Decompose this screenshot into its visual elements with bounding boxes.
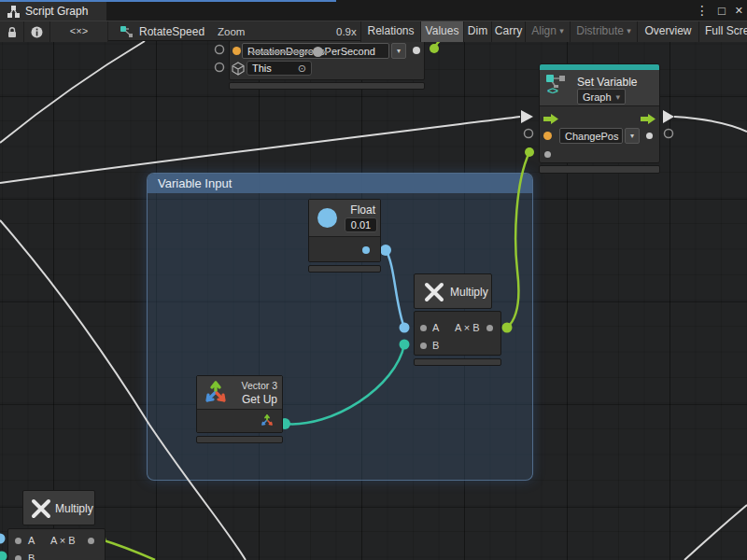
variable-name-dropdown-button[interactable]: ▾ — [391, 43, 406, 59]
port-out-dot[interactable] — [486, 325, 493, 331]
button-label: Dim — [468, 24, 487, 37]
port-input-dot[interactable] — [544, 151, 551, 158]
toolbar-button-carry[interactable]: Carry — [491, 21, 525, 42]
zoom-slider-handle[interactable] — [313, 47, 323, 57]
variable-scope-dropdown[interactable]: Graph ▾ — [577, 89, 626, 105]
lock-icon — [7, 26, 18, 38]
chevron-down-icon: ▾ — [615, 92, 620, 102]
vector3-arrows-icon — [203, 380, 229, 406]
info-icon — [31, 26, 43, 38]
breadcrumb-label: RotateSpeed — [139, 25, 204, 38]
multiply-x-icon — [31, 498, 51, 519]
node-multiply2-body[interactable]: A A × B B — [7, 528, 106, 560]
tab-bar: Script Graph ⋮ □ ✕ — [0, 0, 747, 21]
node-title: Multiply — [55, 502, 93, 515]
toolbar-button-distribute[interactable]: Distribute ▾ — [570, 21, 637, 42]
variable-select-dropdown-button[interactable]: ▾ — [625, 128, 640, 144]
port-output-dot[interactable] — [362, 246, 370, 254]
button-label: Carry — [495, 24, 522, 37]
chevron-down-icon: ▾ — [397, 47, 401, 55]
zoom-label: Zoom — [218, 21, 245, 42]
node-multiply2-header[interactable]: Multiply — [22, 490, 95, 525]
toolbar-button-dim[interactable]: Dim — [463, 21, 491, 42]
chevron-down-icon: ▾ — [627, 26, 631, 35]
target-value: This — [252, 63, 272, 74]
button-label: Relations — [367, 24, 414, 37]
port-a-dot[interactable] — [15, 538, 21, 544]
toolbar-button-align[interactable]: Align ▾ — [525, 21, 570, 42]
port-output-dot[interactable] — [413, 47, 420, 54]
float-value-field[interactable]: 0.01 — [345, 217, 377, 232]
port-out-dot[interactable] — [88, 538, 94, 544]
tab-script-graph[interactable]: Script Graph — [0, 2, 106, 21]
toolbar-button-relations[interactable]: Relations — [360, 21, 420, 42]
node-set-variable-footer — [539, 165, 660, 174]
graph-toolbar: <×> RotateSpeed Zoom 0.9x Relations Valu… — [0, 21, 747, 41]
node-multiply-header[interactable]: Multiply — [414, 273, 492, 309]
gameobject-cube-icon — [232, 62, 245, 76]
port-orange-variable[interactable] — [543, 132, 552, 140]
info-button[interactable] — [24, 21, 50, 42]
node-title: Float — [350, 203, 375, 217]
target-field[interactable]: This ⊙ — [247, 61, 312, 76]
group-header[interactable]: Variable Input — [148, 174, 532, 193]
node-multiply-footer — [414, 358, 501, 366]
toolbar-button-overview[interactable]: Overview — [637, 21, 698, 42]
chevron-down-icon: ▾ — [559, 26, 564, 35]
node-get-variable[interactable]: RotationDegreesPerSecond ▾ This ⊙ — [229, 40, 425, 80]
button-label: Overview — [644, 24, 691, 37]
flow-input-arrow[interactable] — [543, 114, 558, 124]
node-title: Set Variable — [577, 76, 637, 89]
port-a-dot[interactable] — [420, 325, 427, 331]
group-title: Variable Input — [158, 176, 232, 190]
zoom-value: 0.9x — [336, 21, 357, 42]
float-icon — [317, 208, 337, 228]
button-label: Distribute — [576, 24, 624, 37]
node-float[interactable]: Float 0.01 — [308, 199, 381, 262]
port-b-dot[interactable] — [420, 343, 427, 349]
port-b-label: B — [28, 553, 35, 560]
focus-highlight-line — [0, 0, 336, 2]
port-a-label: A — [432, 322, 439, 333]
graph-icon — [7, 6, 20, 18]
button-label: Align — [531, 24, 557, 37]
toolbar-button-values[interactable]: Values — [420, 21, 463, 42]
port-b-dot[interactable] — [15, 555, 21, 560]
lock-button[interactable] — [0, 21, 24, 42]
maximize-icon[interactable]: □ — [718, 4, 726, 18]
code-preview-button[interactable]: <×> — [50, 21, 108, 42]
flow-output-arrow[interactable] — [641, 114, 655, 124]
button-label: Full Screen — [705, 24, 747, 37]
tab-title: Script Graph — [25, 5, 88, 18]
node-float-footer — [308, 265, 381, 273]
script-machine-icon — [120, 26, 134, 38]
button-label: Values — [426, 24, 459, 37]
node-multiply-body[interactable]: A A × B B — [414, 311, 501, 356]
node-vector3-getup[interactable]: Vector 3 Get Up — [196, 375, 283, 433]
node-title: Get Up — [242, 393, 277, 406]
node-get-variable-footer — [229, 82, 425, 90]
close-icon[interactable]: ✕ — [735, 5, 743, 17]
port-out-label: A × B — [50, 535, 76, 546]
node-set-variable[interactable]: <> Set Variable Graph ▾ ChangePos ▾ — [539, 63, 660, 163]
code-toggle-icon: <×> — [70, 25, 88, 36]
menu-dots-icon[interactable]: ⋮ — [696, 3, 709, 18]
breadcrumb[interactable]: RotateSpeed — [120, 21, 204, 42]
code-icon: <> — [547, 85, 557, 96]
float-value: 0.01 — [351, 219, 371, 231]
object-picker-icon[interactable]: ⊙ — [298, 63, 306, 75]
port-orange-icon[interactable] — [233, 47, 241, 55]
script-graph-window: Variable Input — [0, 0, 747, 560]
port-a-label: A — [28, 535, 35, 546]
toolbar-button-fullscreen[interactable]: Full Screen — [698, 21, 747, 42]
node-title: Multiply — [450, 286, 488, 299]
port-output-dot[interactable] — [646, 133, 653, 139]
chevron-down-icon: ▾ — [630, 132, 634, 140]
node-type-label: Vector 3 — [241, 380, 277, 391]
variable-value: ChangePos — [565, 131, 619, 142]
port-out-label: A × B — [455, 322, 480, 333]
node-vector3-footer — [196, 436, 283, 443]
variable-select-dropdown[interactable]: ChangePos — [559, 128, 623, 144]
vector3-output-icon[interactable] — [260, 413, 275, 428]
multiply-x-icon — [424, 282, 444, 302]
